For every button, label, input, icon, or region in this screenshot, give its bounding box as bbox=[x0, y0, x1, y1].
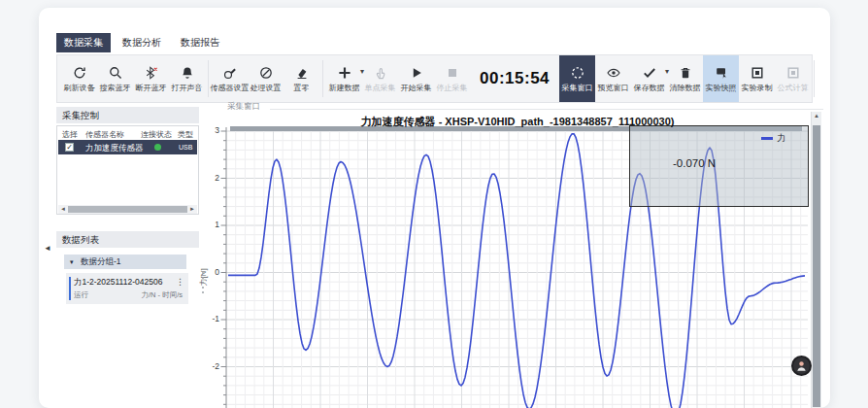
chart-vertical-scrollbar[interactable]: ▲ bbox=[811, 112, 821, 408]
zero-flag-icon bbox=[294, 65, 310, 81]
toolbar-button-label: 保存数据 bbox=[634, 83, 665, 93]
exp-record-button[interactable]: 实验录制 bbox=[739, 55, 775, 102]
refresh-device-button[interactable]: 刷新设备 bbox=[61, 55, 97, 102]
item-status: 运行 bbox=[74, 290, 88, 300]
clear-data-button[interactable]: 清除数据 bbox=[667, 55, 703, 102]
scroll-up-icon[interactable]: ▲ bbox=[812, 113, 821, 119]
sensor-table: 选择 传感器名称 连接状态 类型 ✓ 力加速度传感器 USB ◄ ► bbox=[56, 125, 199, 215]
scrollbar-thumb[interactable] bbox=[68, 206, 187, 213]
hand-point-icon bbox=[373, 65, 388, 81]
collection-control-title: 采集控制 bbox=[56, 107, 199, 123]
y-axis-tick-label: 2 bbox=[194, 173, 219, 183]
toolbar-button-label: 开始采集 bbox=[401, 83, 432, 93]
sound-on-button[interactable]: 打开声音 bbox=[169, 55, 205, 102]
app-window: 数据采集 数据分析 数据报告 刷新设备搜索蓝牙断开蓝牙打开声音传感器设置处理设置… bbox=[39, 8, 830, 408]
chart-title: 力加速度传感器 - XHSP-V10HID_path_-1981348857_1… bbox=[226, 115, 809, 129]
timer-display: 00:15:54 bbox=[480, 69, 550, 88]
y-axis-tick-label: -2 bbox=[194, 361, 219, 371]
group-label: 数据分组-1 bbox=[81, 255, 121, 269]
sensor-name: 力加速度传感器 bbox=[85, 143, 144, 154]
group-caret-icon[interactable]: ▾ bbox=[70, 255, 74, 269]
y-axis-tick-label: 0 bbox=[194, 267, 219, 277]
table-horizontal-scrollbar[interactable]: ◄ ► bbox=[58, 205, 197, 214]
item-menu-icon[interactable]: ⋮ bbox=[176, 277, 184, 287]
toolbar-button-label: 断开蓝牙 bbox=[136, 83, 167, 93]
exp-snapshot-button[interactable]: 实验快照 bbox=[703, 55, 739, 102]
col-conn-status: 连接状态 bbox=[141, 129, 172, 140]
toolbar-button-label: 刷新设备 bbox=[64, 83, 95, 93]
preview-window-button[interactable]: 预览窗口 bbox=[595, 55, 631, 102]
refresh-icon bbox=[72, 65, 87, 81]
col-type: 类型 bbox=[178, 129, 193, 140]
toolbar-separator bbox=[208, 60, 209, 97]
y-axis-tick-label: 1 bbox=[194, 220, 219, 229]
data-list-item[interactable]: 力1-2-20251112-042506 ⋮ 运行 力/N - 时间/s bbox=[66, 273, 188, 304]
item-accent-bar bbox=[69, 277, 71, 300]
disconnect-bluetooth-button[interactable]: 断开蓝牙 bbox=[133, 55, 169, 102]
item-axes: 力/N - 时间/s bbox=[142, 290, 184, 300]
y-axis-tick-label: 3 bbox=[194, 125, 219, 135]
tab-data-report[interactable]: 数据报告 bbox=[173, 33, 227, 52]
sensor-type: USB bbox=[179, 144, 192, 151]
dock-collapse-handle[interactable]: ◄ bbox=[44, 244, 51, 253]
check-icon bbox=[642, 65, 657, 81]
play-icon bbox=[409, 65, 424, 81]
sensor-select-checkbox[interactable]: ✓ bbox=[65, 143, 74, 152]
toolbar-button-label: 公式计算 bbox=[778, 83, 809, 93]
zero-set-button[interactable]: 置零 bbox=[284, 55, 319, 102]
col-sensor-name: 传感器名称 bbox=[85, 129, 124, 140]
toolbar: 刷新设备搜索蓝牙断开蓝牙打开声音传感器设置处理设置置零新建数据▾单点采集开始采集… bbox=[56, 54, 813, 103]
tab-data-collection[interactable]: 数据采集 bbox=[56, 33, 111, 52]
person-icon bbox=[795, 359, 808, 372]
collect-window-button[interactable]: 采集窗口 bbox=[559, 55, 595, 102]
col-select: 选择 bbox=[62, 129, 78, 140]
toolbar-button-label: 预览窗口 bbox=[598, 83, 629, 93]
table-row[interactable]: ✓ 力加速度传感器 USB bbox=[58, 140, 197, 154]
new-data-button[interactable]: 新建数据▾ bbox=[326, 55, 362, 102]
toolbar-button-label: 停止采集 bbox=[437, 83, 468, 93]
collect-window-groupbox-label: 采集窗口 bbox=[227, 101, 260, 113]
formula-icon bbox=[785, 65, 801, 81]
bell-icon bbox=[180, 65, 195, 81]
stop-icon bbox=[445, 65, 460, 81]
save-data-button[interactable]: 保存数据▾ bbox=[631, 55, 667, 102]
toolbar-button-label: 置零 bbox=[294, 83, 310, 93]
snapshot-icon bbox=[714, 65, 729, 81]
gauge-icon bbox=[258, 65, 274, 81]
toolbar-button-label: 处理设置 bbox=[250, 83, 282, 93]
cursor-value-annotation: -0.070 N bbox=[673, 157, 716, 169]
toolbar-button-label: 打开声音 bbox=[172, 83, 203, 93]
sensor-settings-button[interactable]: 传感器设置 bbox=[212, 55, 248, 102]
connection-status-dot bbox=[154, 144, 161, 151]
scroll-right-icon[interactable]: ► bbox=[189, 205, 195, 214]
single-point-collect-button: 单点采集 bbox=[362, 55, 398, 102]
toolbar-button-label: 实验录制 bbox=[742, 83, 773, 93]
legend-line-swatch bbox=[761, 137, 773, 140]
bluetooth-off-icon bbox=[144, 65, 159, 81]
chart-legend: 力 bbox=[761, 132, 785, 145]
splitter-grip[interactable] bbox=[202, 272, 204, 293]
legend-label: 力 bbox=[777, 132, 785, 145]
toolbar-separator bbox=[322, 60, 323, 97]
toolbar-button-label: 采集窗口 bbox=[562, 83, 593, 93]
toolbar-button-label: 实验快照 bbox=[706, 83, 737, 93]
search-icon bbox=[108, 65, 123, 81]
toolbar-button-label: 传感器设置 bbox=[211, 83, 250, 93]
data-group-header[interactable]: ▾ 数据分组-1 bbox=[64, 255, 186, 269]
desktop-background: 数据采集 数据分析 数据报告 刷新设备搜索蓝牙断开蓝牙打开声音传感器设置处理设置… bbox=[0, 0, 868, 408]
scrollbar-thumb[interactable] bbox=[813, 125, 820, 407]
toolbar-button-label: 清除数据 bbox=[670, 83, 701, 93]
search-bluetooth-button[interactable]: 搜索蓝牙 bbox=[97, 55, 133, 102]
processing-settings-button[interactable]: 处理设置 bbox=[248, 55, 284, 102]
start-collect-button[interactable]: 开始采集 bbox=[398, 55, 434, 102]
trash-icon bbox=[678, 65, 693, 81]
data-list-title: 数据列表 bbox=[56, 231, 199, 248]
assistant-avatar-button[interactable] bbox=[791, 356, 812, 376]
item-name: 力1-2-20251112-042506 bbox=[74, 277, 162, 289]
y-axis-tick-label: -1 bbox=[194, 314, 219, 323]
stop-collect-button: 停止采集 bbox=[434, 55, 470, 102]
toolbar-separator bbox=[814, 60, 815, 97]
toolbar-button-label: 新建数据 bbox=[329, 83, 360, 93]
scroll-left-icon[interactable]: ◄ bbox=[60, 205, 66, 214]
tab-data-analysis[interactable]: 数据分析 bbox=[115, 33, 169, 52]
